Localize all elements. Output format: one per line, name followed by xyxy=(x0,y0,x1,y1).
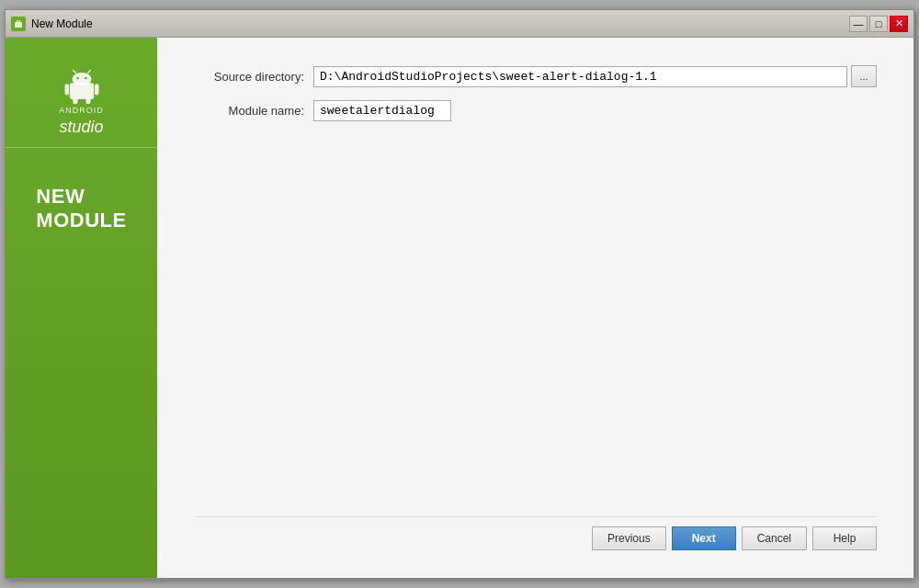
title-bar-controls: — □ ✕ xyxy=(849,16,908,32)
module-name-input-wrapper xyxy=(313,100,877,121)
main-content: Source directory: ... Module name: Previ… xyxy=(157,38,913,578)
svg-rect-1 xyxy=(17,20,18,22)
svg-point-5 xyxy=(76,77,79,80)
maximize-button[interactable]: □ xyxy=(869,16,888,32)
svg-line-8 xyxy=(87,70,91,74)
android-label: ANDROID xyxy=(59,106,104,117)
browse-button[interactable]: ... xyxy=(851,65,877,87)
window-icon xyxy=(11,17,26,31)
svg-rect-11 xyxy=(73,97,77,104)
source-directory-row: Source directory: ... xyxy=(194,65,877,87)
title-bar: New Module — □ ✕ xyxy=(6,10,913,38)
next-button[interactable]: Next xyxy=(672,526,736,550)
svg-line-7 xyxy=(73,70,76,74)
svg-rect-9 xyxy=(64,84,68,95)
window-content: ANDROID studio NEW MODULE Source directo… xyxy=(6,38,913,578)
svg-point-4 xyxy=(72,73,91,85)
studio-branding: ANDROID studio xyxy=(59,106,104,138)
svg-rect-2 xyxy=(19,20,21,22)
new-module-dialog: New Module — □ ✕ xyxy=(5,9,914,579)
logo-area: ANDROID studio xyxy=(6,56,157,148)
source-directory-label: Source directory: xyxy=(194,70,313,84)
help-button[interactable]: Help xyxy=(812,526,877,550)
title-bar-left: New Module xyxy=(11,17,93,31)
module-name-row: Module name: xyxy=(194,100,877,121)
close-button[interactable]: ✕ xyxy=(890,16,908,32)
source-directory-input[interactable] xyxy=(313,66,847,87)
module-name-label: Module name: xyxy=(194,104,313,118)
previous-button[interactable]: Previous xyxy=(592,526,666,550)
svg-rect-0 xyxy=(15,22,22,28)
svg-rect-12 xyxy=(85,97,90,104)
sidebar: ANDROID studio NEW MODULE xyxy=(6,38,157,578)
studio-label: studio xyxy=(59,117,104,138)
minimize-button[interactable]: — xyxy=(849,16,868,32)
module-name-input[interactable] xyxy=(313,100,451,121)
form-area: Source directory: ... Module name: xyxy=(194,65,877,516)
source-directory-input-wrapper: ... xyxy=(313,65,877,87)
window-title: New Module xyxy=(31,17,93,30)
android-logo-icon xyxy=(62,65,102,106)
bottom-bar: Previous Next Cancel Help xyxy=(194,516,877,550)
svg-rect-10 xyxy=(95,84,98,95)
svg-point-6 xyxy=(85,77,87,80)
sidebar-heading: NEW MODULE xyxy=(22,166,140,252)
cancel-button[interactable]: Cancel xyxy=(742,526,807,550)
